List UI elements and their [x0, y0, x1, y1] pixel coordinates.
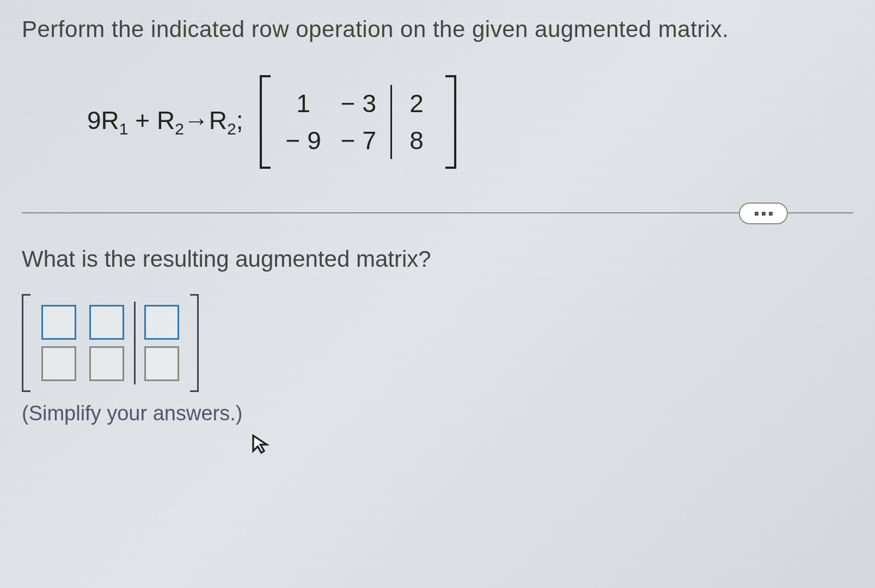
input-a23[interactable]	[144, 346, 179, 381]
matrix-col-2: − 3 − 7	[331, 85, 386, 159]
bracket-right	[445, 75, 456, 169]
divider	[22, 212, 853, 213]
cursor-icon	[250, 430, 272, 463]
op-arrow: →R	[184, 106, 227, 134]
op-sub2: 2	[175, 120, 184, 138]
input-a21[interactable]	[41, 346, 76, 381]
instruction-text: Perform the indicated row operation on t…	[22, 16, 853, 42]
dot-icon	[755, 212, 758, 216]
input-a12[interactable]	[89, 305, 124, 340]
input-a13[interactable]	[144, 305, 179, 340]
question-text: What is the resulting augmented matrix?	[22, 246, 853, 272]
matrix-col-1: 1 − 9	[276, 85, 331, 159]
cell-r2c3: 8	[403, 122, 430, 159]
answer-body	[30, 294, 190, 392]
matrix-body: 1 − 9 − 3 − 7 2 8	[271, 75, 445, 169]
op-prefix: 9R	[87, 106, 119, 134]
answer-bracket-left	[22, 294, 30, 392]
cell-r1c2: − 3	[341, 85, 376, 122]
answer-col-1	[35, 302, 83, 384]
cell-r1c1: 1	[290, 85, 317, 122]
hint-text: (Simplify your answers.)	[22, 402, 853, 425]
op-sub3: 2	[227, 120, 236, 138]
cell-r1c3: 2	[403, 85, 430, 122]
row-operation-expression: 9R1 + R2→R2;	[87, 106, 243, 138]
answer-area	[22, 294, 853, 392]
answer-col-aug	[134, 302, 186, 384]
problem-row: 9R1 + R2→R2; 1 − 9 − 3 − 7 2 8	[87, 75, 853, 169]
op-suffix: ;	[236, 106, 243, 134]
op-mid: + R	[129, 106, 175, 134]
answer-col-2	[83, 302, 131, 384]
given-matrix: 1 − 9 − 3 − 7 2 8	[260, 75, 456, 169]
answer-bracket-right	[190, 294, 199, 392]
matrix-col-aug: 2 8	[390, 85, 440, 159]
more-options-button[interactable]	[739, 203, 788, 224]
dot-icon	[762, 212, 766, 216]
op-sub1: 1	[119, 120, 129, 138]
answer-matrix	[22, 294, 199, 392]
input-a22[interactable]	[89, 346, 124, 381]
dot-icon	[769, 212, 773, 216]
input-a11[interactable]	[41, 305, 76, 340]
bracket-left	[260, 75, 271, 169]
cell-r2c1: − 9	[286, 122, 321, 159]
cell-r2c2: − 7	[341, 122, 376, 159]
